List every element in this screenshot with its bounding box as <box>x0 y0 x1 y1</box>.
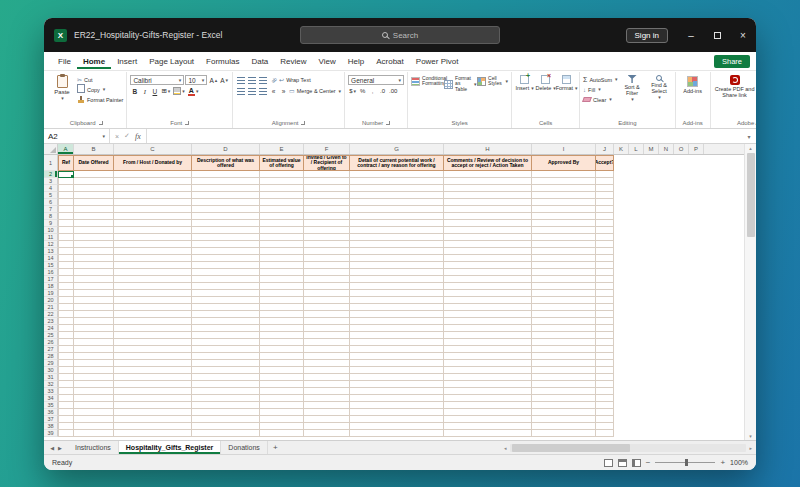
row-header-39[interactable]: 39 <box>44 430 58 437</box>
cell-E18[interactable] <box>260 283 304 290</box>
cell-D17[interactable] <box>192 276 260 283</box>
cell-C3[interactable] <box>114 178 192 185</box>
cell-G19[interactable] <box>350 290 444 297</box>
cell-I7[interactable] <box>532 206 596 213</box>
cell-E36[interactable] <box>260 409 304 416</box>
cell-I39[interactable] <box>532 430 596 437</box>
ribbon-tab-insert[interactable]: Insert <box>111 53 143 69</box>
cell-I22[interactable] <box>532 311 596 318</box>
cell-C17[interactable] <box>114 276 192 283</box>
cell-B39[interactable] <box>74 430 114 437</box>
cell-J39[interactable] <box>596 430 614 437</box>
cell-A9[interactable] <box>58 220 74 227</box>
row-header-35[interactable]: 35 <box>44 402 58 409</box>
cell-A20[interactable] <box>58 297 74 304</box>
column-header-L[interactable]: L <box>629 144 644 154</box>
cell-F35[interactable] <box>304 402 350 409</box>
cell-B23[interactable] <box>74 318 114 325</box>
row-header-36[interactable]: 36 <box>44 409 58 416</box>
cell-H13[interactable] <box>444 248 532 255</box>
cell-C33[interactable] <box>114 388 192 395</box>
cell-G11[interactable] <box>350 234 444 241</box>
cell-H15[interactable] <box>444 262 532 269</box>
cell-J21[interactable] <box>596 304 614 311</box>
cell-I12[interactable] <box>532 241 596 248</box>
cell-A14[interactable] <box>58 255 74 262</box>
cell-F17[interactable] <box>304 276 350 283</box>
cell-E37[interactable] <box>260 416 304 423</box>
ribbon-tab-power-pivot[interactable]: Power Pivot <box>410 53 465 69</box>
cell-G23[interactable] <box>350 318 444 325</box>
cell-D2[interactable] <box>192 171 260 178</box>
cell-H30[interactable] <box>444 367 532 374</box>
cell-C26[interactable] <box>114 339 192 346</box>
search-box[interactable]: Search <box>300 26 500 44</box>
insert-cells-button[interactable]: +Insert▾ <box>515 73 534 91</box>
cell-E10[interactable] <box>260 227 304 234</box>
cell-I13[interactable] <box>532 248 596 255</box>
cell-D34[interactable] <box>192 395 260 402</box>
cell-D8[interactable] <box>192 213 260 220</box>
column-header-B[interactable]: B <box>74 144 114 154</box>
cell-G2[interactable] <box>350 171 444 178</box>
cell-J5[interactable] <box>596 192 614 199</box>
cell-C37[interactable] <box>114 416 192 423</box>
align-left-button[interactable] <box>236 86 246 96</box>
cell-F4[interactable] <box>304 185 350 192</box>
cell-A3[interactable] <box>58 178 74 185</box>
cell-F7[interactable] <box>304 206 350 213</box>
cell-F36[interactable] <box>304 409 350 416</box>
cell-I26[interactable] <box>532 339 596 346</box>
cell-H7[interactable] <box>444 206 532 213</box>
cell-D21[interactable] <box>192 304 260 311</box>
cell-F16[interactable] <box>304 269 350 276</box>
row-header-8[interactable]: 8 <box>44 213 58 220</box>
number-dialog-launcher[interactable] <box>386 121 390 125</box>
cell-B29[interactable] <box>74 360 114 367</box>
sign-in-button[interactable]: Sign in <box>626 28 668 43</box>
cell-I3[interactable] <box>532 178 596 185</box>
cell-D38[interactable] <box>192 423 260 430</box>
cell-B38[interactable] <box>74 423 114 430</box>
sheet-nav-left-icon[interactable]: ◀ <box>50 445 54 451</box>
cell-D19[interactable] <box>192 290 260 297</box>
format-as-table-button[interactable]: Format as Table▾ <box>444 76 475 92</box>
cell-H4[interactable] <box>444 185 532 192</box>
cell-J14[interactable] <box>596 255 614 262</box>
cell-J26[interactable] <box>596 339 614 346</box>
maximize-button[interactable] <box>704 18 730 52</box>
align-middle-button[interactable] <box>247 75 257 85</box>
cell-styles-button[interactable]: Cell Styles▾ <box>477 76 508 87</box>
cell-H10[interactable] <box>444 227 532 234</box>
row-header-33[interactable]: 33 <box>44 388 58 395</box>
cell-H27[interactable] <box>444 346 532 353</box>
increase-indent-button[interactable]: » <box>279 86 288 96</box>
row-header-26[interactable]: 26 <box>44 339 58 346</box>
ribbon-tab-file[interactable]: File <box>52 53 77 69</box>
row-header-13[interactable]: 13 <box>44 248 58 255</box>
cell-A21[interactable] <box>58 304 74 311</box>
cut-button[interactable]: ✂Cut <box>77 75 123 84</box>
cell-G34[interactable] <box>350 395 444 402</box>
paste-button[interactable]: Paste ▾ <box>49 73 75 101</box>
scroll-up-icon[interactable]: ▴ <box>749 144 752 152</box>
row-header-18[interactable]: 18 <box>44 283 58 290</box>
cell-F27[interactable] <box>304 346 350 353</box>
row-header-9[interactable]: 9 <box>44 220 58 227</box>
formula-input[interactable] <box>147 129 742 143</box>
cell-J36[interactable] <box>596 409 614 416</box>
cell-J30[interactable] <box>596 367 614 374</box>
cell-G24[interactable] <box>350 325 444 332</box>
cell-F20[interactable] <box>304 297 350 304</box>
cell-J24[interactable] <box>596 325 614 332</box>
row-header-4[interactable]: 4 <box>44 185 58 192</box>
cell-E39[interactable] <box>260 430 304 437</box>
normal-view-icon[interactable] <box>604 459 613 467</box>
cell-J10[interactable] <box>596 227 614 234</box>
cell-D37[interactable] <box>192 416 260 423</box>
cell-G27[interactable] <box>350 346 444 353</box>
row-header-32[interactable]: 32 <box>44 381 58 388</box>
cell-A11[interactable] <box>58 234 74 241</box>
cell-B36[interactable] <box>74 409 114 416</box>
cell-F22[interactable] <box>304 311 350 318</box>
